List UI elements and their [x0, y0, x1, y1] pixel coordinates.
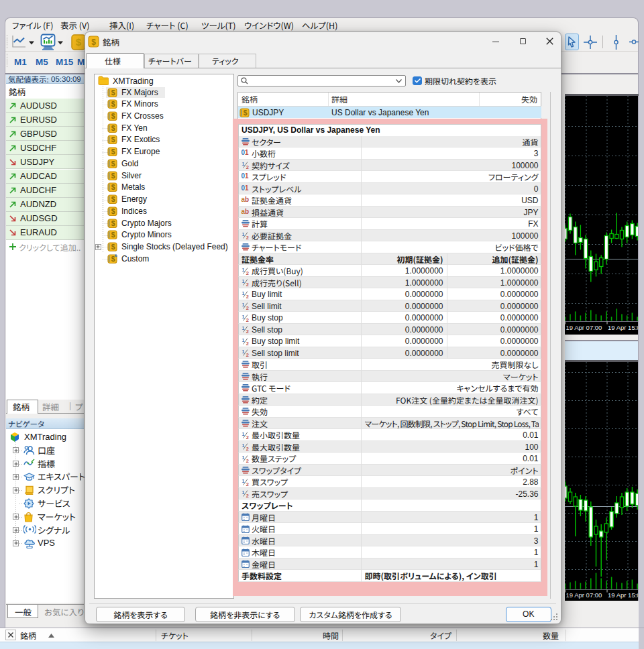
svg-text:$: $: [244, 109, 248, 117]
svg-text:19 Apr 07:00: 19 Apr 07:00: [566, 323, 602, 331]
svg-text:$: $: [111, 183, 115, 191]
svg-text:1: 1: [241, 290, 244, 296]
svg-text:$: $: [91, 38, 96, 47]
svg-text:$: $: [111, 255, 115, 263]
svg-text:$: $: [111, 219, 115, 227]
svg-text:1: 1: [241, 442, 244, 449]
svg-text:2: 2: [246, 270, 248, 275]
svg-text:19 Apr 15:00: 19 Apr 15:00: [608, 323, 639, 331]
svg-text:$: $: [111, 243, 115, 251]
svg-text:1: 1: [241, 455, 244, 461]
svg-text:1: 1: [241, 349, 244, 355]
svg-text:1: 1: [241, 337, 244, 343]
svg-text:1: 1: [241, 302, 244, 308]
svg-text:1: 1: [241, 278, 244, 284]
svg-text:2: 2: [246, 434, 248, 439]
svg-text:19 Apr 07:00: 19 Apr 07:00: [566, 591, 602, 599]
svg-text:$: $: [111, 135, 115, 143]
svg-text:2: 2: [246, 164, 248, 170]
svg-text:2: 2: [246, 316, 248, 322]
svg-text:$: $: [111, 112, 115, 120]
svg-text:1: 1: [241, 231, 244, 237]
svg-text:1: 1: [241, 431, 244, 437]
svg-text:$: $: [111, 88, 115, 97]
svg-text:2: 2: [246, 352, 248, 357]
svg-text:$: $: [111, 100, 115, 108]
svg-text:$: $: [111, 172, 115, 180]
svg-text:2: 2: [246, 481, 248, 486]
svg-text:$: $: [111, 148, 115, 156]
svg-text:19 Apr 15:00: 19 Apr 15:00: [608, 591, 639, 599]
svg-text:1: 1: [241, 325, 244, 331]
svg-text:$: $: [76, 36, 82, 48]
svg-text:2: 2: [246, 305, 248, 310]
svg-text:$: $: [111, 195, 115, 203]
svg-text:2: 2: [246, 493, 248, 498]
svg-text:1: 1: [241, 267, 244, 273]
svg-text:1: 1: [241, 314, 244, 320]
svg-text:$: $: [111, 124, 115, 132]
svg-text:2: 2: [246, 329, 248, 334]
svg-text:2: 2: [246, 282, 248, 287]
svg-text:1: 1: [241, 161, 244, 167]
svg-text:2: 2: [246, 293, 248, 298]
svg-text:1: 1: [241, 478, 244, 484]
svg-text:2: 2: [246, 446, 248, 451]
svg-text:2: 2: [246, 235, 248, 240]
svg-text:$: $: [111, 231, 115, 239]
svg-text:$: $: [111, 160, 115, 168]
svg-text:1: 1: [241, 489, 244, 495]
svg-text:$: $: [111, 207, 115, 215]
svg-text:2: 2: [246, 457, 248, 463]
svg-text:2: 2: [246, 340, 248, 345]
